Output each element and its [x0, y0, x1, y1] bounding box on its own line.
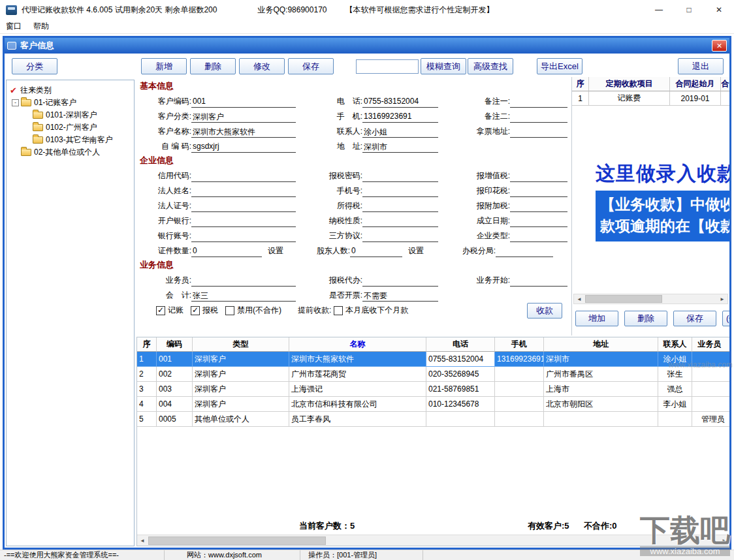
set-shareholder-link[interactable]: 设置 — [408, 245, 424, 257]
accountant-field[interactable]: 张三 — [191, 290, 296, 302]
tree-item-0103[interactable]: 0103-其它华南客户 — [8, 134, 133, 146]
table-row-selected[interactable]: 1 001 深圳客户 深圳市大熊家软件 0755-83152004 131699… — [137, 352, 729, 367]
scroll-left-icon[interactable]: ◄ — [574, 294, 584, 303]
search-input[interactable] — [356, 59, 419, 74]
invoice-need-field[interactable]: 不需要 — [362, 290, 438, 302]
contact-field[interactable]: 涂小姐 — [362, 127, 438, 138]
customer-code-field[interactable]: 001 — [191, 97, 296, 108]
tax-password-field[interactable] — [362, 171, 438, 182]
table-row[interactable]: 4 004 深圳客户 北京市信和科技有限公司 010-12345678 北京市朝… — [137, 397, 729, 412]
salesman-field[interactable] — [191, 275, 296, 287]
field-label: 成立日期: — [464, 215, 510, 227]
schedule-add-button[interactable]: 增加 — [575, 311, 618, 326]
collapse-icon[interactable]: - — [12, 99, 19, 106]
customer-name-field[interactable]: 深圳市大熊家软件 — [191, 127, 296, 138]
table-hscrollbar[interactable]: ◄ ► — [137, 535, 729, 546]
schedule-partial-button[interactable]: (付 — [722, 311, 729, 326]
col-header: 类型 — [193, 337, 289, 352]
set-cert-count-link[interactable]: 设置 — [268, 245, 283, 257]
tax-bureau-field[interactable] — [496, 246, 553, 257]
scrollbar-thumb[interactable] — [585, 295, 662, 303]
tree-item-label: 02-其他单位或个人 — [34, 147, 100, 158]
tripartite-agreement-field[interactable] — [362, 231, 438, 242]
phone-cell-editor[interactable]: 0755-83152004 — [426, 352, 495, 367]
bank-account-field[interactable] — [191, 231, 296, 242]
tax-type-field[interactable] — [362, 216, 438, 227]
table-cell — [692, 367, 729, 382]
delete-button[interactable]: 删除 — [190, 58, 236, 74]
surtax-field[interactable] — [510, 201, 567, 212]
save-button[interactable]: 保存 — [288, 58, 334, 74]
bank-name-field[interactable] — [191, 216, 296, 227]
shareholder-count-field[interactable]: 0 — [350, 246, 402, 257]
tree-item-0101[interactable]: 0101-深圳客户 — [8, 109, 133, 121]
menu-help[interactable]: 帮助 — [27, 20, 55, 33]
scrollbar-thumb[interactable] — [148, 537, 326, 545]
schedule-delete-button[interactable]: 删除 — [624, 311, 667, 326]
table-cell: 020-35268945 — [426, 367, 495, 382]
legal-id-field[interactable] — [191, 201, 296, 212]
credit-code-field[interactable] — [191, 171, 296, 182]
classify-button[interactable]: 分类 — [12, 58, 57, 74]
field-label: 地 址: — [314, 141, 362, 153]
scroll-left-icon[interactable]: ◄ — [137, 536, 148, 545]
operator-status: 操作员：[001-管理员] — [300, 550, 423, 560]
bookkeeping-checkbox[interactable]: ✓ — [156, 306, 165, 315]
field-label: 是否开票: — [314, 290, 362, 302]
fuzzy-search-button[interactable]: 模糊查询 — [421, 58, 466, 74]
modify-button[interactable]: 修改 — [239, 58, 285, 74]
phone-field[interactable]: 0755-83152004 — [362, 97, 438, 108]
menu-window[interactable]: 窗口 — [0, 20, 27, 33]
collect-button[interactable]: 收款 — [527, 303, 562, 319]
advanced-search-button[interactable]: 高级查找 — [468, 58, 513, 74]
table-cell: 004 — [157, 397, 193, 412]
maximize-button[interactable]: □ — [674, 0, 704, 20]
maximize-icon: □ — [686, 5, 691, 14]
minimize-button[interactable]: — — [644, 0, 674, 20]
advance-collect-label: 提前收款: — [298, 305, 331, 316]
cert-count-field[interactable]: 0 — [191, 246, 262, 257]
scroll-right-icon[interactable]: ► — [717, 294, 727, 303]
founded-date-field[interactable] — [510, 216, 567, 227]
tree-item-01[interactable]: - 01-记账客户 — [8, 97, 133, 109]
mobile-field[interactable]: 13169923691 — [362, 112, 438, 123]
menubar: 窗口 帮助 — [0, 20, 734, 34]
disabled-checkbox[interactable]: ✓ — [225, 306, 234, 315]
note1-field[interactable] — [510, 97, 567, 108]
legal-name-field[interactable] — [191, 186, 296, 197]
col-header: 地址 — [544, 337, 658, 352]
ticket-address-field[interactable] — [510, 127, 567, 138]
table-row[interactable]: 5 0005 其他单位或个人 员工李春风 管理员 — [137, 412, 729, 427]
schedule-hscrollbar[interactable]: ◄ ► — [573, 294, 728, 304]
mobile2-field[interactable] — [362, 186, 438, 197]
field-label: 纳税性质: — [314, 215, 362, 227]
business-start-field[interactable] — [510, 275, 567, 287]
company-type-field[interactable] — [510, 231, 567, 242]
close-button[interactable]: ✕ — [704, 0, 734, 20]
vat-field[interactable] — [510, 171, 567, 182]
inner-close-button[interactable]: ✕ — [712, 40, 727, 52]
tree-root[interactable]: ✔ 往来类别 — [8, 84, 133, 97]
tree-item-02[interactable]: 02-其他单位或个人 — [8, 146, 133, 159]
tree-item-0102[interactable]: 0102-广州客户 — [8, 121, 133, 134]
tax-agent-field[interactable] — [362, 275, 438, 287]
export-excel-button[interactable]: 导出Excel — [537, 58, 582, 74]
schedule-save-button[interactable]: 保存 — [673, 311, 716, 326]
customer-category-field[interactable]: 深圳客户 — [191, 112, 296, 123]
table-row[interactable]: 3 003 深圳客户 上海强记 021-58769851 上海市 强总 — [137, 382, 729, 397]
note2-field[interactable] — [510, 112, 567, 123]
income-tax-field[interactable] — [362, 201, 438, 212]
self-code-field[interactable]: sgsdxjrj — [191, 142, 296, 153]
welcome-status: -==欢迎使用大熊家资金管理系统==- — [0, 550, 165, 560]
table-cell — [495, 367, 544, 382]
table-cell: 深圳市 — [544, 352, 658, 367]
schedule-row[interactable]: 1 记账费 2019-01 — [572, 91, 729, 106]
address-field[interactable]: 深圳市 — [362, 142, 438, 153]
advance-checkbox[interactable]: ✓ — [334, 306, 343, 315]
table-row[interactable]: 2 002 深圳客户 广州市莲花商贸 020-35268945 广州市番禺区 张… — [137, 367, 729, 382]
tax-checkbox[interactable]: ✓ — [191, 306, 200, 315]
scroll-right-icon[interactable]: ► — [719, 536, 729, 545]
stamp-tax-field[interactable] — [510, 186, 567, 197]
add-button[interactable]: 新增 — [141, 58, 187, 74]
exit-button[interactable]: 退出 — [678, 58, 724, 74]
